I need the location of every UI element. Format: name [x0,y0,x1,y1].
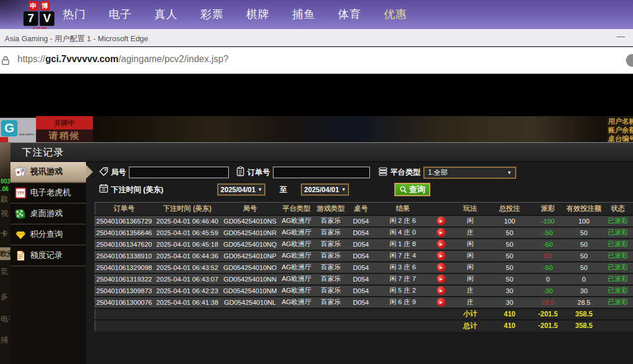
col-total-bet: 总投注 [489,203,531,215]
nav-item-electronic[interactable]: 电子 [109,7,132,22]
sidebar-item-live-games[interactable]: 9♥ 视讯游戏 [10,162,86,183]
dealing-status: 开牌中 [36,116,93,129]
cell-bet: 50 [489,250,531,262]
sidebar-item-slots[interactable]: 777 电子老虎机 [10,183,86,204]
site-logo[interactable]: 申 博 7 V .com [21,1,57,29]
replay-button[interactable]: ▶ [437,228,445,237]
nav-item-lottery[interactable]: 彩票 [200,7,224,22]
cell-round: GD054254010NO [222,262,279,273]
replay-button[interactable]: ▶ [437,240,445,248]
cell-platform: AG欧洲厅 [279,297,315,308]
dice-icon [15,208,26,219]
nav-item-promo[interactable]: 优惠 [384,7,407,22]
cell-table: D054 [347,273,375,285]
cell-round: GD054254010NP [222,250,279,262]
nav-item-hot[interactable]: 热门 [63,7,86,22]
cell-time: 2025-04-01 06:41:38 [153,297,222,308]
round-number-input[interactable] [129,167,229,178]
address-bar[interactable]: https://gci.7vvvvvv.com/agingame/pcv2/in… [0,47,633,74]
table-row: 250401061356646 2025-04-01 06:45:59 GD05… [95,227,633,239]
chevron-down-icon: ▼ [507,170,512,175]
calendar-icon [99,183,109,196]
url-text[interactable]: https://gci.7vvvvvv.com/agingame/pcv2/in… [17,54,229,64]
cell-play: 闲 [452,273,489,285]
cell-time: 2025-04-01 06:42:23 [153,285,222,297]
ag-red-sliver [0,137,8,142]
table-row: 250401061338910 2025-04-01 06:44:36 GD05… [95,250,633,262]
nav-item-sports[interactable]: 体育 [338,7,361,22]
replay-button[interactable]: ▶ [437,251,445,260]
cell-result: 闲 5 庄 2 [375,285,431,297]
cell-result: 闲 6 庄 9 [375,297,431,308]
cell-game: 百家乐 [315,285,347,297]
cell-status: 已派彩 [603,273,633,285]
replay-button[interactable]: ▶ [437,298,445,307]
cell-replay: ▶ [431,250,452,262]
sidebar-item-credit-records[interactable]: 额度记录 [10,246,86,266]
table-row: 250401061347620 2025-04-01 06:45:18 GD05… [95,239,633,250]
cell-replay: ▶ [431,297,452,308]
balance-fragment-2: .06 [1,186,9,192]
logo-badge-2: 博 [40,1,50,10]
menu-fragment-6: 多 [1,291,8,302]
document-icon [15,250,26,261]
query-button-label: 查询 [409,185,425,195]
nav-item-live[interactable]: 真人 [154,7,178,22]
panel-content: 局号 订单号 平台类型 1.全部 ▼ 下注时间 (美东) 2025/04/01 [93,162,633,364]
balance-label-fragment: 账户余额 [608,126,633,135]
cell-replay: ▶ [431,285,452,297]
menu-fragment-2: 视 [1,208,8,219]
cell-platform: AG欧洲厅 [279,227,315,239]
date-from-select[interactable]: 2025/04/01 ▼ [217,183,265,196]
sidebar-item-table-games[interactable]: 桌面游戏 [10,204,86,225]
total-bet: 410 [489,320,531,331]
cell-play: 闲 [452,215,489,227]
cell-table: D054 [347,215,375,227]
cell-game: 百家乐 [315,262,347,273]
cell-replay: ▶ [431,227,452,239]
total-valid: 358.5 [566,320,603,331]
cell-order: 250401061300076 [95,297,153,308]
col-play-method: 玩法 [452,203,489,215]
cell-time: 2025-04-01 06:45:18 [153,239,222,250]
replay-button[interactable]: ▶ [437,286,445,295]
replay-button[interactable]: ▶ [437,263,445,272]
sidebar-label-slots: 电子老虎机 [30,188,71,198]
sidebar-item-points-query[interactable]: 积分查询 [10,225,86,246]
platform-type-label: 平台类型 [390,167,420,178]
subtotal-label: 小计 [452,308,489,320]
cell-game: 百家乐 [315,215,347,227]
minimize-button[interactable]: — [617,31,625,41]
tag-icon [99,167,109,179]
cell-valid: 50 [566,250,603,262]
table-row: 250401061329098 2025-04-01 06:43:52 GD05… [95,262,633,273]
lock-icon [1,56,10,68]
order-number-input[interactable] [273,167,370,178]
menu-fragment-7: 电子 [1,314,10,325]
background-user-info: 用户名称 账户余额 桌台编号 [607,116,633,142]
date-to-select[interactable]: 2025/04/01 ▼ [301,183,349,196]
cell-game: 百家乐 [315,239,347,250]
cell-result: 闲 7 庄 7 [375,273,431,285]
cell-platform: AG欧洲厅 [279,239,315,250]
cell-play: 庄 [452,227,489,239]
replay-button[interactable]: ▶ [437,217,445,225]
background-video-strip: G ASIA GAMING 开牌中 请稍候 用户名称 账户余额 桌台编号 [0,116,633,142]
nav-item-fishing[interactable]: 捕鱼 [292,7,315,22]
cell-payout: -50 [531,239,566,250]
cell-table: D054 [347,227,375,239]
url-path: /agingame/pcv2/index.jsp? [118,54,228,64]
panel-title: 下注记录 [10,143,633,162]
cell-game: 百家乐 [315,250,347,262]
platform-type-select[interactable]: 1.全部 ▼ [423,167,516,179]
nav-item-chess[interactable]: 棋牌 [246,7,269,22]
replay-button[interactable]: ▶ [437,275,445,283]
cell-table: D054 [347,250,375,262]
sidebar-label-points-query: 积分查询 [30,229,63,240]
cell-order: 250401061347620 [95,239,153,250]
browser-profile-icon[interactable] [626,54,633,67]
cell-table: D054 [347,239,375,250]
please-wait-label: 请稍候 [36,129,93,142]
query-button[interactable]: 查询 [394,183,430,196]
cell-round: GD054254010NN [222,273,279,285]
